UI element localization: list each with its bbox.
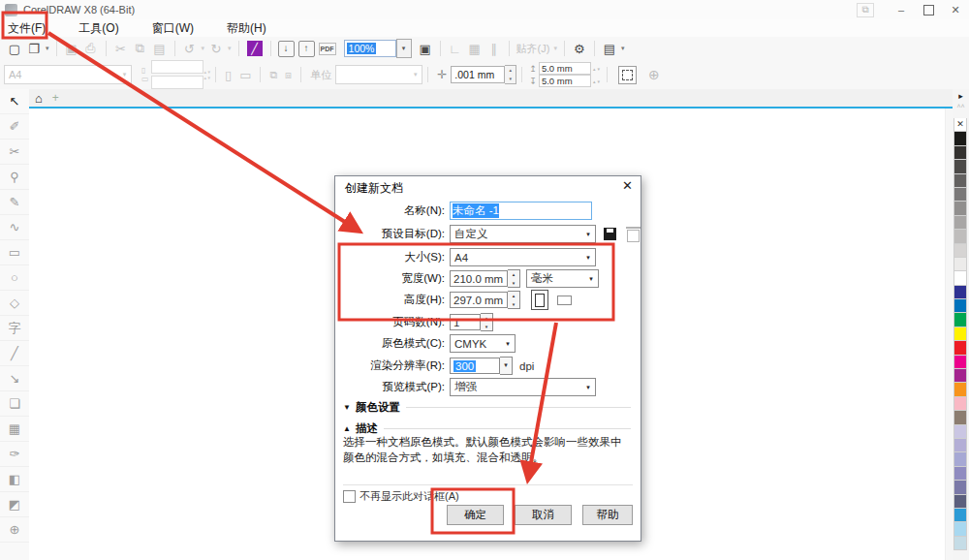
palette-swatch[interactable]: [953, 258, 967, 271]
add-tools-button[interactable]: ⊕: [0, 517, 29, 543]
import-icon[interactable]: ↓: [278, 41, 295, 57]
palette-swatch[interactable]: [953, 174, 967, 188]
ellipse-tool[interactable]: ○: [0, 265, 29, 291]
launch-application-icon[interactable]: ⧉: [857, 3, 874, 17]
color-settings-section[interactable]: ▼ 颜色设置: [343, 400, 631, 415]
launcher-caret-icon[interactable]: ▾: [621, 45, 625, 52]
palette-swatch[interactable]: [953, 202, 967, 215]
palette-swatch[interactable]: [953, 439, 967, 452]
palette-swatch[interactable]: [953, 509, 967, 522]
name-input[interactable]: 未命名 -1: [450, 202, 592, 220]
rectangle-tool[interactable]: ▭: [0, 240, 29, 265]
palette-swatch[interactable]: [953, 286, 967, 299]
connector-tool[interactable]: ↘: [0, 366, 29, 391]
help-button[interactable]: 帮助: [582, 505, 633, 525]
maximize-button[interactable]: [915, 0, 942, 19]
transparency-tool[interactable]: ▦: [0, 417, 29, 442]
dont-show-checkbox[interactable]: [343, 490, 356, 503]
zoom-level-caret[interactable]: ▾: [396, 39, 412, 58]
landscape-orientation-button[interactable]: [557, 296, 572, 305]
menu-help[interactable]: 帮助(H): [219, 20, 280, 37]
menu-window[interactable]: 窗口(W): [144, 20, 207, 37]
palette-swatch[interactable]: [953, 481, 967, 494]
palette-swatch[interactable]: [953, 467, 967, 481]
palette-swatch[interactable]: [953, 160, 967, 173]
duplicate-y-field[interactable]: 5.0 mm: [539, 75, 591, 87]
drop-shadow-tool[interactable]: ❏: [0, 391, 29, 417]
palette-swatch[interactable]: [953, 327, 967, 341]
size-combo[interactable]: A4 ▾: [450, 248, 596, 266]
menu-tools[interactable]: 工具(O): [71, 20, 132, 37]
nudge-spinner[interactable]: ▴▾: [505, 65, 516, 84]
palette-swatch[interactable]: [953, 411, 967, 424]
minimize-button[interactable]: –: [888, 0, 915, 19]
dimension-tool[interactable]: ╱: [0, 341, 29, 366]
freehand-tool[interactable]: ✎: [0, 190, 29, 215]
palette-swatch[interactable]: [953, 216, 967, 230]
pages-field[interactable]: 1: [450, 314, 481, 330]
portrait-orientation-button[interactable]: [531, 290, 548, 310]
height-spinner[interactable]: ▴▾: [508, 291, 520, 309]
export-icon[interactable]: ↑: [298, 41, 315, 57]
preset-combo[interactable]: 自定义 ▾: [450, 225, 596, 243]
palette-swatch[interactable]: [953, 299, 967, 313]
palette-swatch[interactable]: [953, 383, 967, 396]
interactive-fill-tool[interactable]: ◧: [0, 467, 29, 492]
search-content-icon[interactable]: ╱: [247, 41, 263, 56]
resolution-caret[interactable]: ▾: [500, 357, 513, 375]
cancel-button[interactable]: 取消: [515, 505, 572, 525]
close-button[interactable]: ✕: [942, 0, 969, 19]
height-field[interactable]: 297.0 mm: [450, 292, 508, 308]
palette-swatch[interactable]: [953, 146, 967, 160]
ok-button[interactable]: 确定: [447, 505, 504, 525]
eyedropper-tool[interactable]: ✑: [0, 442, 29, 467]
text-tool[interactable]: 字: [0, 316, 29, 341]
palette-swatch[interactable]: [953, 188, 967, 202]
smart-fill-tool[interactable]: ◩: [0, 492, 29, 517]
palette-swatch[interactable]: [953, 397, 967, 411]
pick-tool[interactable]: ↖: [0, 89, 29, 114]
palette-swatch[interactable]: [953, 495, 967, 509]
resolution-field[interactable]: 300: [450, 358, 500, 374]
palette-swatch[interactable]: [953, 369, 967, 383]
palette-swatch[interactable]: [953, 341, 967, 355]
crop-tool[interactable]: ✂: [0, 140, 29, 165]
artistic-media-tool[interactable]: ∿: [0, 215, 29, 240]
save-preset-icon[interactable]: [604, 228, 616, 240]
open-folder-icon[interactable]: ❐: [25, 42, 43, 56]
palette-flyout-icon[interactable]: ▸: [958, 89, 963, 103]
palette-swatch[interactable]: [953, 425, 967, 439]
palette-swatch[interactable]: [953, 356, 967, 369]
menu-file[interactable]: 文件(F): [0, 20, 59, 37]
width-field[interactable]: 210.0 mm: [450, 270, 508, 287]
palette-swatch[interactable]: [953, 537, 967, 550]
palette-swatch[interactable]: [953, 271, 967, 285]
palette-swatch[interactable]: [953, 313, 967, 327]
publish-pdf-icon[interactable]: PDF: [319, 43, 336, 55]
shape-tool[interactable]: ✐: [0, 114, 29, 140]
dialog-close-icon[interactable]: ✕: [622, 178, 633, 193]
palette-swatch[interactable]: ✕: [953, 118, 967, 132]
new-document-icon[interactable]: ▢: [6, 42, 23, 56]
nudge-distance-field[interactable]: .001 mm: [451, 66, 505, 83]
width-spinner[interactable]: ▴▾: [508, 269, 520, 288]
color-mode-combo[interactable]: CMYK ▾: [450, 334, 516, 353]
polygon-tool[interactable]: ◇: [0, 291, 29, 316]
dont-show-again-row[interactable]: 不再显示此对话框(A): [343, 489, 459, 504]
treat-as-filled-button[interactable]: [618, 66, 637, 84]
palette-swatch[interactable]: [953, 230, 967, 243]
palette-swatch[interactable]: [953, 132, 967, 145]
palette-swatch[interactable]: [953, 452, 967, 466]
open-caret-icon[interactable]: ▾: [46, 45, 49, 52]
application-launcher-icon[interactable]: ▤: [601, 42, 618, 56]
units-combo-dialog[interactable]: 毫米 ▾: [526, 269, 599, 288]
duplicate-x-field[interactable]: 5.0 mm: [539, 62, 591, 75]
palette-swatch[interactable]: [953, 522, 967, 536]
zoom-level-combo[interactable]: 100%: [344, 40, 396, 57]
new-tab-icon[interactable]: +: [52, 91, 59, 105]
pages-spinner[interactable]: ▴▾: [481, 313, 493, 331]
options-gear-icon[interactable]: ⚙: [571, 42, 588, 56]
fullscreen-preview-icon[interactable]: ▣: [417, 42, 434, 56]
palette-swatch[interactable]: [953, 244, 967, 258]
home-tab-icon[interactable]: ⌂: [35, 91, 43, 106]
